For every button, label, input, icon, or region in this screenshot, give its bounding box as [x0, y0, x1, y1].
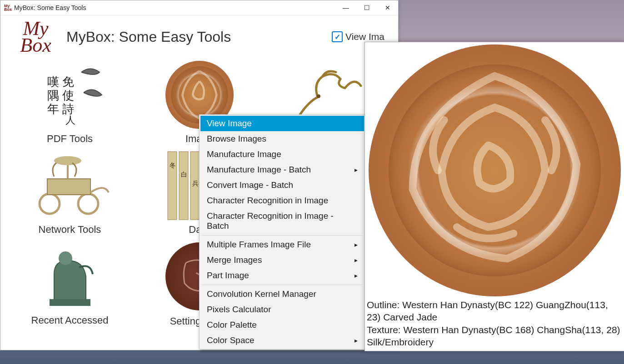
preview-image — [369, 44, 621, 296]
app-icon: MyBox — [4, 4, 11, 11]
svg-point-5 — [40, 194, 60, 214]
svg-point-9 — [54, 156, 81, 165]
chevron-right-icon: ▸ — [354, 256, 358, 264]
menu-ocr-image-batch[interactable]: Character Recognition in Image - Batch — [200, 208, 364, 234]
tool-label: Recent Accessed — [31, 315, 109, 326]
titlebar[interactable]: MyBox MyBox: Some Easy Tools — ☐ ✕ — [0, 0, 398, 15]
menu-multi-frames[interactable]: Multiple Frames Image File▸ — [200, 237, 364, 252]
network-icon — [29, 149, 111, 222]
menu-separator — [202, 285, 362, 285]
tool-network[interactable]: Network Tools — [14, 149, 125, 236]
menu-convert-image-batch[interactable]: Convert Image - Batch — [200, 177, 364, 193]
menu-color-space[interactable]: Color Space▸ — [200, 333, 364, 348]
checkbox-label: View Ima — [345, 31, 384, 42]
menu-browse-images[interactable]: Browse Images — [200, 131, 364, 147]
header: MyBox MyBox: Some Easy Tools ✓ View Ima — [0, 15, 398, 54]
svg-point-4 — [317, 94, 320, 98]
svg-text:嘆 免: 嘆 免 — [47, 75, 74, 89]
menu-part-image[interactable]: Part Image▸ — [200, 268, 364, 283]
menu-view-image[interactable]: View Image — [200, 116, 364, 131]
window-controls: — ☐ ✕ — [335, 0, 398, 15]
menu-manufacture-image[interactable]: Manufacture Image — [200, 147, 364, 162]
svg-point-18 — [59, 251, 72, 265]
svg-text:冬: 冬 — [170, 162, 176, 169]
chevron-right-icon: ▸ — [354, 166, 358, 173]
image-context-menu: View Image Browse Images Manufacture Ima… — [199, 114, 365, 349]
chevron-right-icon: ▸ — [354, 337, 358, 344]
view-image-checkbox-area[interactable]: ✓ View Ima — [332, 31, 384, 42]
chevron-right-icon: ▸ — [354, 272, 358, 279]
maximize-button[interactable]: ☐ — [356, 0, 377, 15]
pdf-icon: 嘆 免 隅 使 年 詩 人 — [29, 59, 111, 131]
menu-merge-images[interactable]: Merge Images▸ — [200, 252, 364, 268]
chevron-right-icon: ▸ — [354, 241, 358, 248]
preview-line1: Outline: Western Han Dynasty(BC 122) Gua… — [367, 299, 623, 324]
close-button[interactable]: ✕ — [377, 0, 398, 15]
svg-text:兵: 兵 — [192, 180, 199, 187]
image-preview-panel: Outline: Western Han Dynasty(BC 122) Gua… — [364, 42, 624, 351]
logo: MyBox — [10, 20, 62, 54]
svg-point-6 — [78, 194, 98, 214]
svg-text:年 詩: 年 詩 — [47, 103, 74, 116]
page-title: MyBox: Some Easy Tools — [66, 29, 231, 45]
tool-label: Network Tools — [39, 224, 101, 236]
tool-pdf[interactable]: 嘆 免 隅 使 年 詩 人 PDF Tools — [14, 59, 125, 145]
svg-rect-11 — [179, 152, 188, 220]
minimize-button[interactable]: — — [335, 0, 356, 15]
svg-rect-7 — [47, 179, 90, 195]
svg-rect-19 — [50, 299, 90, 306]
svg-text:白: 白 — [181, 171, 187, 178]
menu-ocr-image[interactable]: Character Recognition in Image — [200, 193, 364, 208]
menu-pixels-calculator[interactable]: Pixels Calculator — [200, 302, 364, 317]
menu-convolution-kernel[interactable]: Convolution Kernel Manager — [200, 286, 364, 302]
checkbox-icon[interactable]: ✓ — [332, 31, 343, 42]
menu-separator — [202, 235, 362, 236]
svg-text:人: 人 — [65, 114, 75, 126]
preview-line2: Texture: Western Han Dynasty(BC 168) Cha… — [367, 324, 623, 349]
preview-description: Outline: Western Han Dynasty(BC 122) Gua… — [365, 299, 624, 351]
tool-recent[interactable]: Recent Accessed — [14, 240, 125, 328]
menu-color-palette[interactable]: Color Palette — [200, 317, 364, 333]
recent-icon — [29, 240, 111, 313]
menu-manufacture-image-batch[interactable]: Manufacture Image - Batch▸ — [200, 162, 364, 177]
tool-label: PDF Tools — [47, 133, 93, 145]
window-title: MyBox: Some Easy Tools — [14, 4, 86, 11]
svg-text:隅 使: 隅 使 — [47, 89, 74, 102]
